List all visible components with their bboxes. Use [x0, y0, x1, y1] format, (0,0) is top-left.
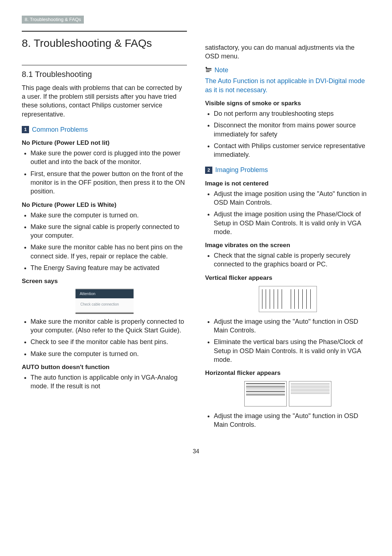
note-heading: Note [205, 66, 370, 74]
topic-list: Check that the signal cable is properly … [205, 251, 370, 269]
topic-screen-says: Screen says [22, 277, 187, 286]
topic-list: Adjust the image using the "Auto" functi… [205, 317, 370, 364]
list-item: Do not perform any troubleshooting steps [214, 109, 370, 118]
topic-horizontal-flicker: Horizontal flicker appears [205, 369, 370, 377]
page-columns: 8. Troubleshooting & FAQs 8.1 Troublesho… [22, 28, 370, 433]
vertical-flicker-image [259, 286, 317, 312]
topic-list: Make sure the power cord is plugged into… [22, 149, 187, 196]
list-item: Adjust the image position using the "Aut… [214, 189, 370, 207]
attention-dialog-header: Attention [75, 289, 134, 298]
topic-image-not-centered: Image is not centered [205, 180, 370, 188]
list-item: Make sure the computer is turned on. [30, 349, 187, 358]
list-item: Adjust the image using the "Auto" functi… [214, 412, 370, 429]
chapter-title: 8. Troubleshooting & FAQs [22, 31, 187, 51]
list-item: The Energy Saving feature may be activat… [30, 263, 187, 272]
section-title: 8.1 Troubleshooting [22, 65, 187, 80]
section-heading-text: Common Problems [32, 125, 88, 134]
svg-point-0 [206, 68, 207, 68]
topic-no-picture-led-off: No Picture (Power LED not lit) [22, 139, 187, 147]
topic-list: Make sure the computer is turned on. Mak… [22, 211, 187, 273]
list-item: Make sure the signal cable is properly c… [30, 222, 187, 240]
note-text: The Auto Function is not applicable in D… [205, 77, 370, 94]
note-label: Note [215, 66, 228, 74]
section-number-box: 1 [22, 126, 29, 133]
page-number: 34 [22, 447, 370, 455]
section-number-box: 2 [205, 167, 212, 174]
intro-paragraph: This page deals with problems that can b… [22, 83, 187, 119]
topic-list: Do not perform any troubleshooting steps… [205, 109, 370, 159]
list-item: First, ensure that the power button on t… [30, 169, 187, 196]
horizontal-flicker-image [244, 381, 331, 406]
topic-smoke-sparks: Visible signs of smoke or sparks [205, 99, 370, 108]
list-item: Make sure the power cord is plugged into… [30, 149, 187, 167]
list-item: Adjust the image position using the Phas… [214, 210, 370, 236]
topic-list: Make sure the monitor cable is properly … [22, 317, 187, 358]
breadcrumb-tag: 8. Troubleshooting & FAQs [22, 16, 84, 24]
topic-image-vibrates: Image vibrates on the screen [205, 241, 370, 250]
topic-list: Adjust the image using the "Auto" functi… [205, 412, 370, 429]
common-problems-heading: 1 Common Problems [22, 125, 187, 134]
list-item: Check that the signal cable is properly … [214, 251, 370, 269]
imaging-problems-heading: 2 Imaging Problems [205, 165, 370, 174]
attention-dialog-image: Attention Check cable connection [75, 289, 134, 312]
attention-dialog-body: Check cable connection [75, 298, 134, 312]
auto-item-continuation: satisfactory, you can do manual adjustme… [205, 43, 370, 61]
note-icon [205, 66, 212, 74]
topic-vertical-flicker: Vertical flicker appears [205, 274, 370, 282]
list-item: Make sure the monitor cable has no bent … [30, 243, 187, 261]
topic-auto-button: AUTO button doesn't function [22, 363, 187, 372]
topic-list: The auto function is applicable only in … [22, 373, 187, 391]
list-item: Eliminate the vertical bars using the Ph… [214, 338, 370, 364]
list-item: Make sure the computer is turned on. [30, 211, 187, 220]
right-column: satisfactory, you can do manual adjustme… [205, 28, 370, 433]
list-item: Make sure the monitor cable is properly … [30, 317, 187, 335]
list-item: The auto function is applicable only in … [30, 373, 187, 391]
list-item: Adjust the image using the "Auto" functi… [214, 317, 370, 335]
topic-no-picture-led-white: No Picture (Power LED is White) [22, 201, 187, 209]
list-item: Contact with Philips customer service re… [214, 142, 370, 159]
left-column: 8. Troubleshooting & FAQs 8.1 Troublesho… [22, 28, 187, 433]
section-heading-text: Imaging Problems [215, 165, 268, 174]
list-item: Disconnect the monitor from mains power … [214, 121, 370, 139]
topic-list: Adjust the image position using the "Aut… [205, 189, 370, 236]
list-item: Check to see if the monitor cable has be… [30, 338, 187, 346]
